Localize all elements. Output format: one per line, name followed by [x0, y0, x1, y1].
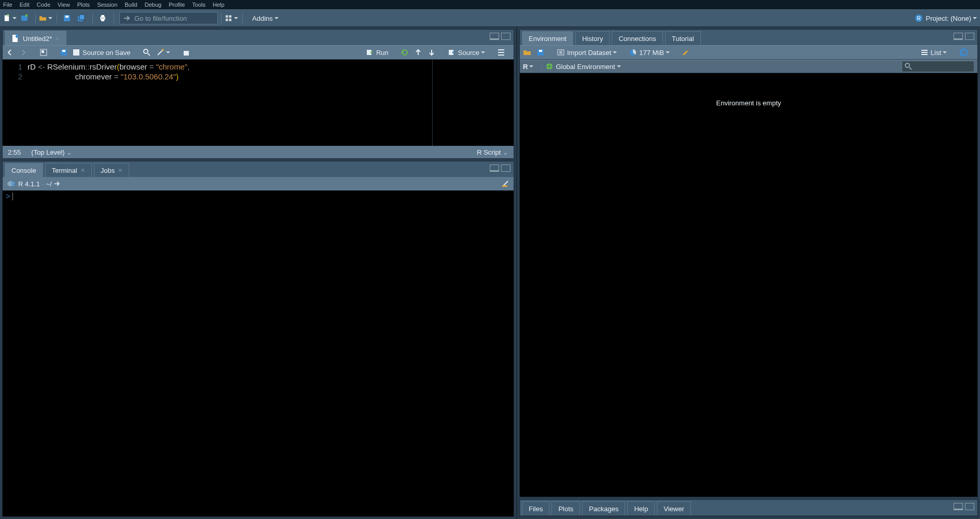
menu-plots[interactable]: Plots: [77, 2, 90, 8]
addins-dropdown[interactable]: Addins: [252, 15, 279, 22]
refresh-env-button[interactable]: [959, 47, 969, 58]
code-editor[interactable]: 1 2 rD <- RSelenium::rsDriver(browser = …: [3, 60, 514, 146]
svg-rect-27: [184, 49, 189, 51]
close-icon[interactable]: ✕: [80, 167, 85, 174]
nav-back-button[interactable]: [6, 48, 14, 57]
show-in-new-window-button[interactable]: [39, 48, 48, 57]
save-icon: [63, 14, 71, 22]
menu-help[interactable]: Help: [213, 2, 225, 8]
svg-rect-12: [226, 15, 228, 18]
search-icon: [143, 48, 151, 57]
load-workspace-button[interactable]: [523, 48, 531, 57]
tab-title: Untitled2*: [23, 35, 52, 43]
tab-connections[interactable]: Connections: [612, 31, 662, 45]
env-search-input[interactable]: [902, 61, 974, 72]
new-file-button[interactable]: [3, 11, 17, 25]
menu-view[interactable]: View: [58, 2, 70, 8]
maximize-pane-button[interactable]: [501, 165, 510, 172]
close-icon[interactable]: ✕: [118, 167, 122, 174]
folder-open-icon: [39, 14, 47, 22]
goto-wd-icon[interactable]: [53, 180, 61, 188]
tab-packages[interactable]: Packages: [582, 501, 625, 515]
minimize-pane-button[interactable]: [490, 33, 499, 40]
tab-help[interactable]: Help: [627, 501, 655, 515]
console-output[interactable]: >: [3, 190, 514, 516]
svg-rect-15: [229, 19, 231, 21]
tab-jobs[interactable]: Jobs✕: [94, 163, 129, 177]
addins-label: Addins: [252, 15, 273, 22]
open-file-button[interactable]: [39, 11, 52, 25]
env-language-dropdown[interactable]: R: [523, 63, 533, 71]
outline-button[interactable]: [497, 48, 505, 57]
run-button[interactable]: Run: [366, 48, 389, 57]
clear-console-icon[interactable]: [501, 180, 509, 188]
maximize-pane-button[interactable]: [965, 503, 974, 510]
tab-console[interactable]: Console: [5, 163, 43, 177]
maximize-pane-button[interactable]: [501, 33, 510, 40]
save-icon: [536, 48, 545, 57]
working-dir[interactable]: ~/: [46, 180, 52, 188]
view-mode-dropdown[interactable]: List: [920, 48, 947, 57]
scope-selector[interactable]: (Top Level) ⌄: [31, 148, 72, 156]
env-scope-dropdown[interactable]: Global Environment: [545, 62, 620, 71]
new-project-button[interactable]: [18, 11, 31, 25]
r-file-icon: [11, 34, 20, 43]
source-on-save-checkbox[interactable]: Source on Save: [73, 49, 131, 57]
close-tab-icon[interactable]: ✕: [55, 35, 60, 42]
import-dataset-dropdown[interactable]: Import Dataset: [557, 48, 617, 57]
tab-viewer[interactable]: Viewer: [657, 501, 691, 515]
goto-file-function-input[interactable]: Go to file/function: [119, 12, 218, 24]
env-tabstrip: Environment History Connections Tutorial: [520, 30, 977, 45]
tab-plots[interactable]: Plots: [551, 501, 580, 515]
source-status-bar: 2:55 (Top Level) ⌄ R Script ⌄: [3, 146, 514, 158]
source-dropdown-button[interactable]: Source: [448, 48, 485, 57]
code-tools-button[interactable]: [156, 48, 170, 57]
grid-tools-button[interactable]: [225, 11, 238, 25]
r-logo-icon: R: [7, 180, 15, 188]
tab-terminal[interactable]: Terminal✕: [45, 163, 92, 177]
menu-build[interactable]: Build: [125, 2, 137, 8]
svg-point-25: [162, 49, 164, 51]
tab-tutorial[interactable]: Tutorial: [665, 31, 701, 45]
go-up-button[interactable]: [414, 48, 422, 57]
menu-edit[interactable]: Edit: [20, 2, 30, 8]
go-down-button[interactable]: [427, 48, 436, 57]
console-tabstrip: Console Terminal✕ Jobs✕: [3, 161, 514, 177]
clear-workspace-button[interactable]: [682, 48, 690, 57]
nav-fwd-button[interactable]: [19, 48, 27, 57]
print-button[interactable]: [96, 11, 109, 25]
arrow-left-icon: [6, 48, 14, 57]
compile-report-button[interactable]: [182, 48, 190, 57]
project-dropdown[interactable]: R Project: (None): [915, 14, 977, 22]
print-icon: [99, 14, 107, 22]
save-all-icon: [77, 14, 86, 22]
menu-session[interactable]: Session: [97, 2, 117, 8]
language-selector[interactable]: R Script ⌄: [477, 148, 508, 156]
maximize-pane-button[interactable]: [965, 33, 974, 40]
minimize-pane-button[interactable]: [954, 503, 963, 510]
rerun-button[interactable]: [401, 48, 409, 57]
menu-code[interactable]: Code: [37, 2, 50, 8]
memory-label: 177 MiB: [639, 49, 664, 57]
save-source-button[interactable]: [60, 48, 68, 57]
minimize-pane-button[interactable]: [490, 165, 499, 172]
find-button[interactable]: [143, 48, 151, 57]
save-all-button[interactable]: [75, 11, 88, 25]
minimize-pane-button[interactable]: [954, 33, 963, 40]
menu-profile[interactable]: Profile: [169, 2, 185, 8]
tab-environment[interactable]: Environment: [522, 31, 573, 45]
menu-debug[interactable]: Debug: [145, 2, 161, 8]
memory-usage-button[interactable]: 177 MiB: [629, 48, 670, 57]
outline-icon: [497, 48, 505, 57]
menu-file[interactable]: File: [3, 2, 12, 8]
save-workspace-button[interactable]: [536, 48, 545, 57]
svg-point-24: [144, 49, 148, 53]
svg-point-38: [905, 63, 909, 67]
tab-files[interactable]: Files: [522, 501, 549, 515]
source-tab-untitled2[interactable]: Untitled2* ✕: [5, 31, 66, 45]
refresh-icon: [959, 47, 969, 58]
tab-history[interactable]: History: [575, 31, 610, 45]
save-button[interactable]: [60, 11, 74, 25]
folder-open-icon: [523, 48, 531, 57]
menu-tools[interactable]: Tools: [192, 2, 205, 8]
